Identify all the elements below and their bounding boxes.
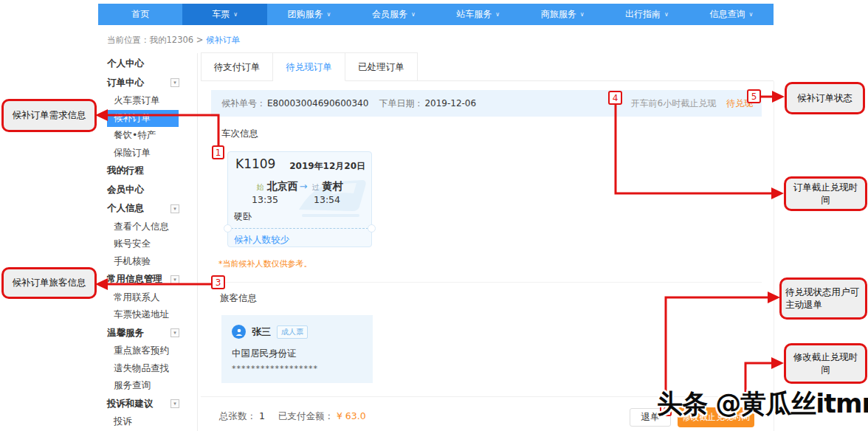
sidebar-item-service-query[interactable]: 服务查询 [107, 377, 179, 395]
sidebar-item-insurance-orders[interactable]: 保险订单 [107, 145, 179, 162]
sidebar-item-dining-specialty[interactable]: 餐饮•特产 [107, 127, 179, 145]
sidebar-item-label: 订单中心 [107, 77, 144, 89]
marker-3: 3 [211, 275, 225, 289]
callout-demand-info: 候补订单需求信息 [1, 99, 97, 132]
sidebar-item-priority-passenger-reservation[interactable]: 重点旅客预约 [107, 342, 179, 360]
train-number: K1109 [235, 156, 275, 171]
station-row: 始北京西→过黄村 [228, 179, 371, 193]
tab-pending-payment[interactable]: 待支付订单 [201, 52, 273, 81]
chevron-down-icon: ∨ [411, 11, 416, 18]
ticket-notch-right [368, 224, 376, 232]
sidebar-item-warm-service[interactable]: 温馨服务▾ [107, 324, 179, 343]
avatar [232, 325, 246, 339]
sidebar-item-complaints-suggestions[interactable]: 投诉和建议▾ [107, 395, 179, 414]
sidebar-item-label: 服务查询 [114, 379, 151, 392]
ticket-notch-left [224, 224, 232, 232]
pass-tag: 过 [311, 183, 319, 191]
sidebar-item-label: 候补订单 [114, 112, 151, 125]
marker-4: 4 [608, 91, 622, 105]
page: 首页车票∨团购服务∨会员服务∨站车服务∨商旅服务∨出行指南∨信息查询∨ 当前位置… [0, 0, 868, 431]
route-arrow-icon: → [300, 181, 308, 192]
nav-item-label: 团购服务 [288, 8, 323, 21]
collapse-icon[interactable]: ▾ [170, 399, 179, 408]
sidebar-item-view-personal-info[interactable]: 查看个人信息 [107, 218, 179, 236]
order-date-value: 2019-12-06 [424, 98, 476, 108]
sidebar-item-label: 车票快递地址 [114, 308, 169, 321]
collapse-icon[interactable]: ▾ [170, 204, 179, 213]
order-no-label: 候补单号： [221, 97, 266, 110]
sidebar-item-member-center[interactable]: 会员中心 [107, 181, 179, 200]
section-divider [213, 282, 762, 283]
sidebar-item-label: 常用联系人 [114, 292, 160, 304]
tab-bar: 待支付订单待兑现订单已处理订单 [201, 52, 418, 81]
arrive-time: 13:54 [314, 194, 340, 205]
sidebar-item-personal-center[interactable]: 个人中心 [107, 55, 179, 74]
origin-station: 北京西 [267, 180, 298, 192]
chevron-down-icon: ∨ [233, 11, 238, 18]
destination-station: 黄村 [322, 180, 342, 192]
nav-item-label: 商旅服务 [541, 8, 576, 21]
sidebar-item-label: 我的行程 [107, 165, 144, 177]
sidebar-item-label: 查看个人信息 [114, 221, 169, 233]
sidebar-item-phone-verification[interactable]: 手机核验 [107, 253, 179, 271]
nav-item-station-service[interactable]: 站车服务∨ [436, 4, 520, 25]
sidebar-item-label: 个人中心 [107, 58, 144, 70]
callout-passenger-info: 候补订单旅客信息 [1, 267, 97, 299]
nav-item-business-service[interactable]: 商旅服务∨ [520, 4, 604, 25]
chevron-down-icon: ∨ [495, 11, 500, 18]
person-icon [235, 328, 244, 337]
panel-right-border [774, 81, 774, 431]
sidebar-item-train-ticket-orders[interactable]: 火车票订单 [107, 92, 179, 110]
tab-processed[interactable]: 已处理订单 [345, 52, 418, 81]
waitlist-count-link[interactable]: 候补人数较少 [234, 234, 289, 246]
sidebar-item-ticket-delivery-address[interactable]: 车票快递地址 [107, 306, 179, 324]
sidebar-item-lost-item-search[interactable]: 遗失物品查找 [107, 360, 179, 378]
travel-date: 2019年12月20日 [289, 160, 365, 173]
sidebar-item-label: 个人信息 [107, 202, 144, 215]
collapse-icon[interactable]: ▾ [170, 78, 179, 87]
sidebar-item-my-itinerary[interactable]: 我的行程 [107, 162, 179, 181]
nav-item-home[interactable]: 首页 [98, 4, 182, 25]
id-type: 中国居民身份证 [232, 348, 297, 360]
waitlist-note: *当前候补人数仅供参考。 [218, 258, 312, 269]
deadline-note: 开车前6小时截止兑现 [631, 98, 717, 108]
breadcrumb-current[interactable]: 候补订单 [206, 35, 240, 45]
callout-order-status: 候补订单状态 [785, 82, 865, 114]
passenger-row: 张三 成人票 [232, 325, 308, 339]
callout-deadline-time: 订单截止兑现时间 [784, 176, 867, 211]
nav-item-group-service[interactable]: 团购服务∨ [267, 4, 351, 25]
sidebar-item-complaint[interactable]: 投诉 [107, 413, 179, 431]
total-count-value: 1 [259, 410, 265, 421]
sidebar-item-label: 投诉 [114, 416, 132, 428]
sidebar-item-waitlist-orders[interactable]: 候补订单 [107, 110, 179, 128]
nav-item-label: 出行指南 [625, 8, 661, 21]
nav-item-tickets[interactable]: 车票∨ [182, 4, 266, 25]
sidebar-item-label: 重点旅客预约 [114, 345, 169, 357]
nav-item-label: 站车服务 [456, 8, 492, 21]
callout-modify-deadline: 修改截止兑现时间 [784, 343, 867, 384]
sidebar-item-common-contacts[interactable]: 常用联系人 [107, 289, 179, 307]
payment-summary: 总张数： 1 已支付金额： ¥ 63.0 [219, 410, 366, 423]
origin-tag: 始 [257, 183, 264, 191]
passenger-section-title: 旅客信息 [220, 292, 257, 305]
tab-pending-fulfillment[interactable]: 待兑现订单 [273, 52, 345, 81]
passenger-card: 张三 成人票 中国居民身份证 ****************** [221, 315, 373, 383]
sidebar-item-account-security[interactable]: 账号安全 [107, 235, 179, 253]
nav-item-travel-guide[interactable]: 出行指南∨ [604, 4, 689, 25]
collapse-icon[interactable]: ▾ [170, 275, 179, 284]
nav-item-info-query[interactable]: 信息查询∨ [689, 4, 774, 25]
collapse-icon[interactable]: ▾ [170, 328, 179, 337]
breadcrumb: 当前位置：我的12306 > 候补订单 [107, 35, 240, 46]
sidebar-item-label: 保险订单 [114, 147, 151, 159]
sidebar-item-personal-info[interactable]: 个人信息▾ [107, 199, 179, 218]
nav-item-member-service[interactable]: 会员服务∨ [351, 4, 435, 25]
sidebar-item-order-center[interactable]: 订单中心▾ [107, 74, 179, 93]
order-date-label: 下单日期： [379, 97, 423, 110]
sidebar-item-label: 温馨服务 [107, 327, 144, 339]
order-no-value: E80003004690600340 [267, 98, 368, 108]
sidebar-item-label: 会员中心 [107, 184, 144, 196]
train-ticket-card[interactable]: K1109 2019年12月20日 始北京西→过黄村 13:35 13:54 硬… [227, 151, 372, 247]
paid-amount-label: 已支付金额： [278, 410, 334, 421]
sidebar-item-common-info-mgmt[interactable]: 常用信息管理▾ [107, 270, 179, 289]
total-count-label: 总张数： [219, 410, 256, 421]
